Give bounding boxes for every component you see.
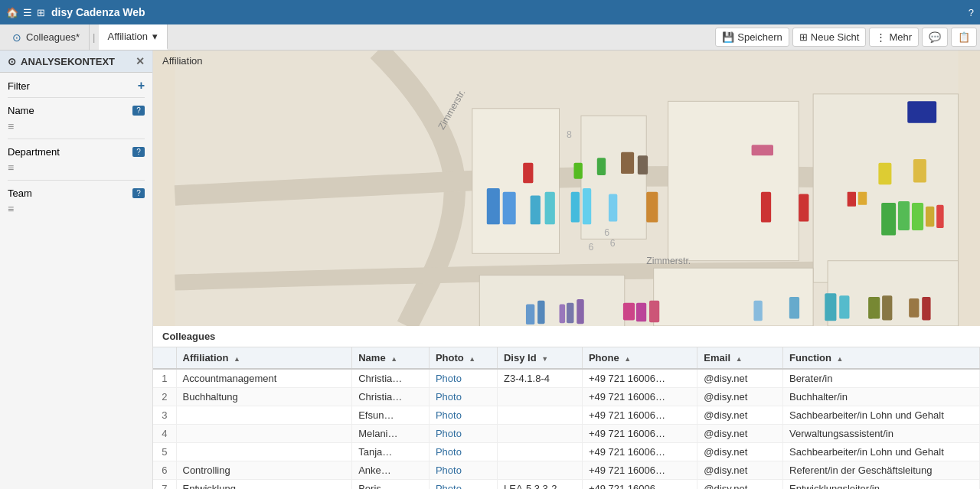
sidebar-field-team: Team ? ≡	[8, 185, 145, 215]
more-button[interactable]: ⋮ Mehr	[869, 28, 919, 47]
svg-rect-38	[638, 155, 648, 174]
save-button[interactable]: 💾 Speichern	[715, 28, 789, 47]
photo-link[interactable]: Photo	[436, 391, 462, 403]
col-header-name[interactable]: Name ▲	[352, 347, 430, 369]
cell-photo[interactable]: Photo	[429, 369, 497, 388]
col-header-num	[153, 347, 176, 369]
app-title: disy Cadenza Web	[51, 6, 962, 18]
sidebar-close-button[interactable]: ✕	[136, 55, 145, 67]
col-header-affiliation[interactable]: Affiliation ▲	[176, 347, 352, 369]
col-header-phone[interactable]: Phone ▲	[582, 347, 697, 369]
svg-rect-28	[858, 192, 867, 205]
col-header-email[interactable]: Email ▲	[697, 347, 783, 369]
bookmark-icon: 📋	[958, 31, 970, 43]
cell-photo[interactable]: Photo	[429, 406, 497, 425]
tab-colleagues[interactable]: ⊙ Colleagues*	[3, 24, 90, 50]
name-field-label: Name	[8, 105, 34, 116]
cell-phone: +49 721 16006…	[582, 406, 697, 425]
sidebar-field-department: Department ? ≡	[8, 144, 145, 174]
cell-email: @disy.net	[697, 425, 783, 443]
cell-email: @disy.net	[697, 461, 783, 480]
cell-num: 3	[153, 406, 176, 425]
analysekontext-icon: ⊙	[8, 56, 16, 67]
help-icon[interactable]: ?	[969, 7, 974, 18]
name-field-controls: ≡	[8, 120, 145, 132]
svg-rect-22	[646, 192, 658, 223]
cell-name: Christia…	[352, 388, 430, 406]
tab-separator: |	[90, 24, 98, 50]
photo-link[interactable]: Photo	[436, 483, 462, 489]
col-function-label: Function	[789, 352, 831, 363]
name-field-badge: ?	[132, 106, 145, 116]
home-icon: 🏠	[6, 7, 18, 18]
cell-disyid	[497, 388, 582, 406]
cell-phone: +49 721 16006…	[582, 388, 697, 406]
team-field-badge: ?	[132, 188, 145, 198]
cell-affiliation: Controlling	[176, 461, 352, 480]
divider-3	[8, 180, 145, 181]
add-filter-button[interactable]: +	[138, 79, 145, 93]
photo-link[interactable]: Photo	[436, 428, 462, 439]
col-name-sort: ▲	[390, 355, 397, 363]
svg-rect-53	[868, 297, 880, 318]
photo-link[interactable]: Photo	[436, 373, 462, 384]
department-field-header: Department ?	[8, 144, 145, 160]
svg-rect-29	[881, 203, 896, 236]
team-list-icon[interactable]: ≡	[8, 203, 14, 215]
photo-link[interactable]: Photo	[436, 446, 462, 458]
tab-affiliation[interactable]: Affiliation ▾	[99, 24, 168, 50]
comment-icon: 💬	[929, 31, 941, 43]
comment-button[interactable]: 💬	[922, 28, 948, 47]
table-row: 1AccountmanagementChristia…PhotoZ3-4.1.8…	[153, 369, 980, 388]
cell-photo[interactable]: Photo	[429, 443, 497, 461]
col-header-function[interactable]: Function ▲	[783, 347, 980, 369]
department-field-controls: ≡	[8, 161, 145, 174]
svg-rect-40	[573, 163, 582, 179]
svg-rect-27	[848, 192, 856, 207]
col-header-photo[interactable]: Photo ▲	[429, 347, 497, 369]
svg-rect-47	[636, 303, 646, 322]
svg-rect-18	[545, 192, 555, 225]
cell-photo[interactable]: Photo	[429, 480, 497, 490]
svg-rect-36	[907, 101, 936, 122]
table-body: 1AccountmanagementChristia…PhotoZ3-4.1.8…	[153, 369, 980, 489]
cell-photo[interactable]: Photo	[429, 388, 497, 406]
cell-affiliation	[176, 406, 352, 425]
map-container[interactable]: Affiliation Zimmerstr. Zimmerstr.	[153, 51, 980, 326]
bookmark-button[interactable]: 📋	[951, 28, 977, 47]
department-field-badge: ?	[132, 147, 145, 157]
window-icons: 🏠 ☰ ⊞	[6, 7, 45, 18]
new-view-button[interactable]: ⊞ Neue Sicht	[792, 28, 867, 47]
svg-rect-37	[621, 152, 634, 174]
svg-rect-25	[761, 192, 771, 223]
svg-rect-45	[560, 305, 566, 324]
cell-name: Tanja…	[352, 443, 430, 461]
svg-rect-6	[654, 268, 813, 326]
svg-rect-51	[825, 293, 836, 321]
cell-phone: +49 721 16006…	[582, 461, 697, 480]
name-list-icon[interactable]: ≡	[8, 120, 14, 132]
svg-rect-41	[526, 305, 534, 325]
photo-link[interactable]: Photo	[436, 465, 462, 476]
filter-header: Filter +	[8, 79, 145, 93]
cell-function: Sachbearbeiter/in Lohn und Gehalt	[783, 443, 980, 461]
col-disyid-sort: ▼	[541, 355, 548, 363]
photo-link[interactable]: Photo	[436, 409, 462, 421]
table-title: Colleagues	[153, 326, 980, 347]
svg-text:6: 6	[604, 227, 609, 238]
department-list-icon[interactable]: ≡	[8, 161, 14, 174]
cell-num: 4	[153, 425, 176, 443]
cell-photo[interactable]: Photo	[429, 425, 497, 443]
cell-affiliation: Accountmanagement	[176, 369, 352, 388]
cell-disyid: Z3-4.1.8-4	[497, 369, 582, 388]
table-row: 2BuchhaltungChristia…Photo+49 721 16006……	[153, 388, 980, 406]
grid-icon: ⊞	[37, 7, 45, 18]
cell-name: Efsun…	[352, 406, 430, 425]
svg-rect-21	[609, 194, 617, 222]
col-name-label: Name	[358, 352, 385, 363]
col-header-disyid[interactable]: Disy Id ▼	[497, 347, 582, 369]
table-row: 5Tanja…Photo+49 721 16006…@disy.netSachb…	[153, 443, 980, 461]
cell-email: @disy.net	[697, 443, 783, 461]
cell-photo[interactable]: Photo	[429, 461, 497, 480]
tab-affiliation-label: Affiliation	[108, 31, 149, 42]
